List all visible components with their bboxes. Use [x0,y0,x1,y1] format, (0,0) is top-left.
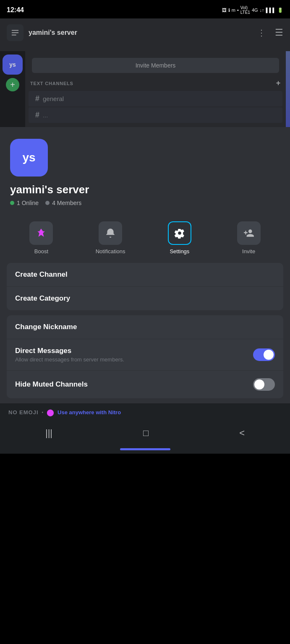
server-background: yamini's server ⋮ ☰ ys + Invite Members … [0,18,290,127]
direct-messages-item[interactable]: Direct Messages Allow direct messages fr… [7,339,283,371]
online-dot [10,201,14,205]
online-stat: 1 Online [10,200,39,206]
bottom-sheet: ys yamini's server 1 Online 4 Members Bo… [0,127,290,421]
hamburger-icon[interactable]: ☰ [275,27,283,38]
hide-muted-toggle[interactable] [253,378,275,391]
server-header: yamini's server ⋮ ☰ [0,18,290,47]
home-icon[interactable]: □ [143,428,149,439]
separator-dot: • [42,410,44,415]
bell-icon [105,228,116,239]
channel-general[interactable]: # general [29,91,282,106]
members-stat: 4 Members [45,200,81,206]
no-emoji-label: NO EMOJI [8,409,39,415]
server-info-section: ys yamini's server 1 Online 4 Members [0,127,290,213]
home-indicator [120,448,170,450]
network-icon: ↓↑ [260,8,264,13]
server-avatar: ys [10,139,48,177]
change-nickname-item[interactable]: Change Nickname [7,315,283,339]
more-options-icon[interactable]: ⋮ [257,28,266,38]
direct-messages-label: Direct Messages [15,347,253,355]
toggle-knob-mute [254,379,264,390]
hash-icon: # [35,94,39,103]
nitro-icon: ⬤ [47,408,54,416]
server-options-section: Change Nickname Direct Messages Allow di… [7,315,283,398]
signal-icon: 4G [252,8,258,13]
notifications-icon-container [99,221,122,245]
add-channel-icon[interactable]: + [276,79,281,88]
messenger-icon: m [232,8,235,13]
text-channels-category: TEXT CHANNELS + [25,76,286,90]
direct-messages-toggle[interactable] [253,348,275,361]
boost-icon [36,228,47,239]
status-bar: 12:44 🖼 ℹ m • Vol)LTE1 4G ↓↑ ▌▌▌ 🔋 [0,0,290,18]
recent-apps-icon[interactable]: ||| [45,428,52,439]
create-channel-label: Create Channel [15,270,275,279]
hide-muted-channels-item[interactable]: Hide Muted Channels [7,371,283,398]
change-nickname-label: Change Nickname [15,323,275,331]
dot-icon: • [237,8,239,13]
channel-second[interactable]: # ... [29,107,282,123]
sidebar-server-icon[interactable]: ys [3,55,23,75]
invite-members-btn[interactable]: Invite Members [32,58,279,73]
server-header-icon [7,24,24,41]
members-dot [45,201,50,205]
settings-icon-container [168,221,191,245]
boost-icon-container [29,221,53,245]
notifications-action-btn[interactable]: Notifications [94,221,127,254]
create-channel-item[interactable]: Create Channel [7,263,283,287]
hide-muted-channels-label: Hide Muted Channels [15,380,253,389]
direct-messages-sub: Allow direct messages from server member… [15,356,253,363]
boost-action-btn[interactable]: Boost [24,221,58,254]
server-name: yamini's server [10,183,280,196]
bars-icon: ▌▌▌ [266,8,276,13]
nitro-bar: NO EMOJI • ⬤ Use anywhere with Nitro [0,403,290,421]
gear-icon [174,228,185,239]
server-title-bg: yamini's server [29,29,252,36]
status-time: 12:44 [7,6,24,14]
create-category-item[interactable]: Create Category [7,287,283,310]
toggle-knob-dm [264,350,274,360]
svg-rect-0 [12,30,19,31]
svg-rect-1 [12,32,19,33]
svg-rect-2 [12,35,16,36]
gallery-icon: 🖼 [222,8,227,13]
invite-action-btn[interactable]: Invite [232,221,266,254]
status-icons: 🖼 ℹ m • Vol)LTE1 4G ↓↑ ▌▌▌ 🔋 [222,5,283,15]
nav-bar: ||| □ < [0,421,290,447]
add-server-icon[interactable]: + [6,78,19,91]
bottom-indicator-area [0,447,290,454]
person-add-icon [243,228,254,239]
hash-icon-2: # [35,111,39,119]
battery-icon: 🔋 [277,8,283,13]
member-stats: 1 Online 4 Members [10,200,280,206]
action-buttons-row: Boost Notifications Settings [0,213,290,258]
info-icon: ℹ [228,8,230,13]
create-category-label: Create Category [15,294,275,303]
nitro-link[interactable]: Use anywhere with Nitro [57,409,121,415]
settings-action-btn[interactable]: Settings [163,221,196,254]
create-actions-section: Create Channel Create Category [7,263,283,310]
invite-icon-container [237,221,261,245]
back-icon[interactable]: < [239,428,245,439]
signal-text: Vol)LTE1 [240,5,250,15]
